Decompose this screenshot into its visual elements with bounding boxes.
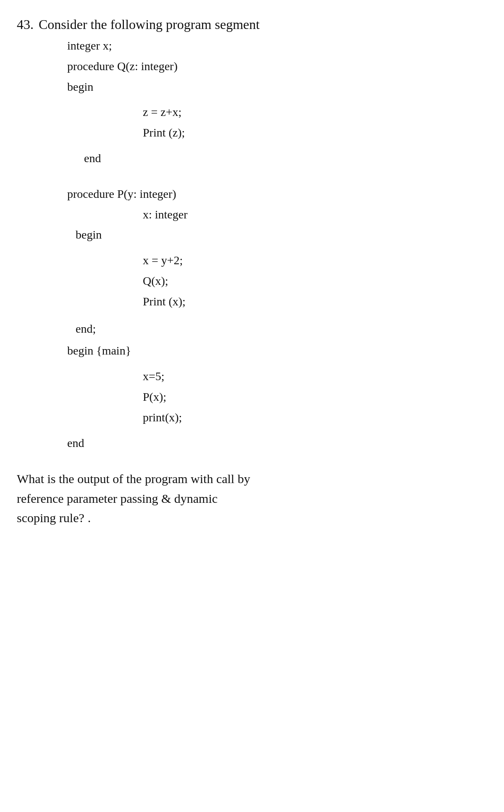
question-intro: Consider the following program segment	[39, 17, 260, 32]
question-text-line2: reference parameter passing & dynamic	[17, 489, 487, 509]
code-line-9: begin	[76, 226, 487, 244]
code-line-14: begin {main}	[67, 342, 487, 360]
code-line-18: end	[67, 434, 487, 453]
question-text-line3-content: scoping rule?	[17, 508, 84, 528]
code-line-16: P(x);	[143, 388, 487, 407]
question-heading: 43. Consider the following program segme…	[17, 17, 487, 32]
code-line-6: end	[84, 149, 487, 168]
code-line-1: integer x;	[67, 37, 487, 55]
code-line-13: end;	[76, 320, 487, 339]
code-line-5: Print (z);	[143, 124, 487, 142]
code-block: integer x; procedure Q(z: integer) begin…	[67, 37, 487, 452]
question-text-line3: scoping rule? .	[17, 508, 487, 528]
code-line-17: print(x);	[143, 408, 487, 427]
code-line-11: Q(x);	[143, 272, 487, 291]
question-text: What is the output of the program with c…	[17, 469, 487, 528]
code-line-12: Print (x);	[143, 292, 487, 311]
code-line-4: z = z+x;	[143, 103, 487, 122]
code-line-3: begin	[67, 78, 487, 97]
code-line-2: procedure Q(z: integer)	[67, 57, 487, 76]
code-line-7: procedure P(y: integer)	[67, 185, 487, 204]
question-text-line1: What is the output of the program with c…	[17, 469, 487, 489]
code-line-10: x = y+2;	[143, 251, 487, 270]
code-line-8: x: integer	[143, 205, 487, 224]
code-line-15: x=5;	[143, 367, 487, 386]
period-dot: .	[88, 508, 91, 528]
question-number: 43.	[17, 17, 34, 32]
